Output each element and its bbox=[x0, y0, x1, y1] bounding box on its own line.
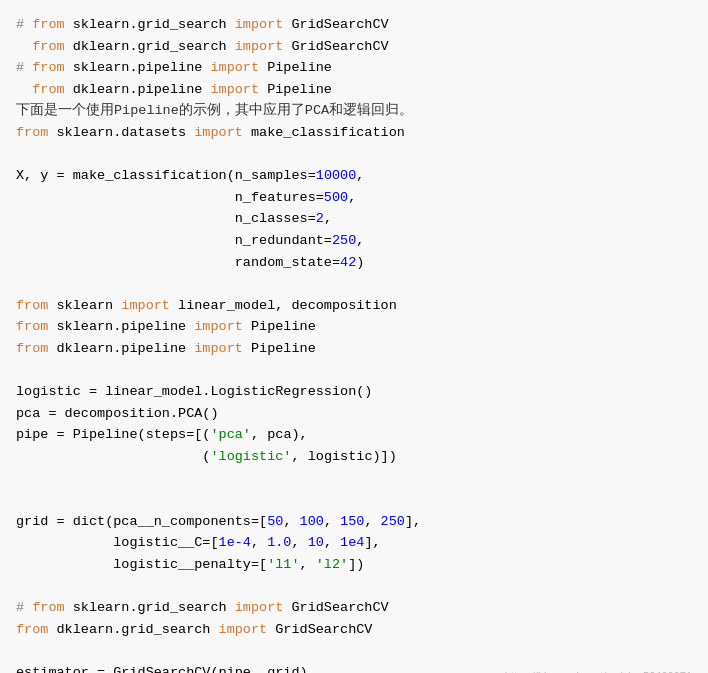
code-line-29: from dklearn.grid_search import GridSear… bbox=[16, 619, 692, 641]
code-line-13 bbox=[16, 273, 692, 295]
code-line-5: 下面是一个使用Pipeline的示例，其中应用了PCA和逻辑回归。 bbox=[16, 100, 692, 122]
code-line-23 bbox=[16, 489, 692, 511]
code-line-8: X, y = make_classification(n_samples=100… bbox=[16, 165, 692, 187]
code-line-25: logistic__C=[1e-4, 1.0, 10, 1e4], bbox=[16, 532, 692, 554]
code-line-26: logistic__penalty=['l1', 'l2']) bbox=[16, 554, 692, 576]
code-block: # from sklearn.grid_search import GridSe… bbox=[0, 0, 708, 673]
code-line-27 bbox=[16, 575, 692, 597]
code-line-15: from sklearn.pipeline import Pipeline bbox=[16, 316, 692, 338]
code-line-7 bbox=[16, 144, 692, 166]
code-line-21: ('logistic', logistic)]) bbox=[16, 446, 692, 468]
code-line-11: n_redundant=250, bbox=[16, 230, 692, 252]
code-line-18: logistic = linear_model.LogisticRegressi… bbox=[16, 381, 692, 403]
code-line-14: from sklearn import linear_model, decomp… bbox=[16, 295, 692, 317]
code-line-20: pipe = Pipeline(steps=[('pca', pca), bbox=[16, 424, 692, 446]
code-line-17 bbox=[16, 360, 692, 382]
code-line-19: pca = decomposition.PCA() bbox=[16, 403, 692, 425]
code-line-2: from dklearn.grid_search import GridSear… bbox=[16, 36, 692, 58]
code-line-1: # from sklearn.grid_search import GridSe… bbox=[16, 14, 692, 36]
code-line-10: n_classes=2, bbox=[16, 208, 692, 230]
code-line-22 bbox=[16, 467, 692, 489]
code-line-12: random_state=42) bbox=[16, 252, 692, 274]
code-line-24: grid = dict(pca__n_components=[50, 100, … bbox=[16, 511, 692, 533]
code-line-28: # from sklearn.grid_search import GridSe… bbox=[16, 597, 692, 619]
code-line-4: from dklearn.pipeline import Pipeline bbox=[16, 79, 692, 101]
code-line-6: from sklearn.datasets import make_classi… bbox=[16, 122, 692, 144]
code-line-30 bbox=[16, 640, 692, 662]
code-line-3: # from sklearn.pipeline import Pipeline bbox=[16, 57, 692, 79]
code-line-9: n_features=500, bbox=[16, 187, 692, 209]
code-line-16: from dklearn.pipeline import Pipeline bbox=[16, 338, 692, 360]
watermark: https://blog.csdn.net/weixin_52400971 bbox=[505, 668, 692, 673]
